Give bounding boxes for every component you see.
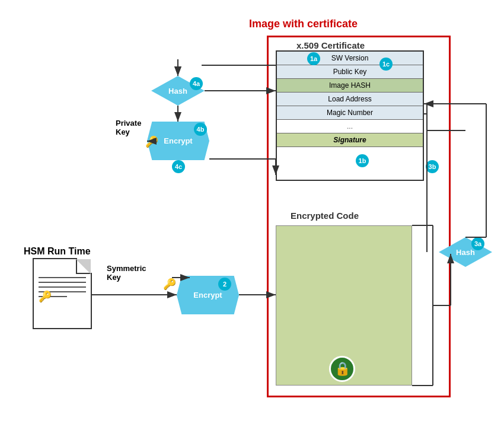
badge-3b: 3b [426,160,439,173]
sym-key-label: SymmetricKey [107,264,146,282]
sym-key-icon: 🔑 [163,278,176,291]
badge-4c: 4c [172,160,185,173]
private-key-icon: 🔑 [145,135,158,148]
cert-row-dots: ... [277,120,423,133]
cert-row-signature: Signature [277,133,423,147]
cert-title: x.509 Certificate [296,40,365,50]
badge-3a: 3a [471,237,484,250]
badge-1b: 1b [356,154,369,167]
otp-key-icon: 🔑 [39,290,52,303]
private-key-label: PrivateKey [116,119,141,136]
cert-row-loadaddr: Load Address [277,93,423,106]
hsm-label: HSM Run Time [24,246,91,257]
cert-row-swversion: SW Version [277,52,423,65]
cert-box: SW Version Public Key Image HASH Load Ad… [276,50,424,181]
document-icon: OTP Private Key 🔑 [33,258,92,329]
cert-row-imagehash: Image HASH [277,79,423,93]
badge-4b: 4b [194,123,207,136]
diagram: Image with certificate x.509 Certificate… [0,0,504,430]
cert-row-magic: Magic Number [277,106,423,120]
badge-4a: 4a [190,77,203,90]
title-image-cert: Image with certificate [249,18,358,30]
doc-fold [76,259,91,274]
badge-2: 2 [218,278,231,291]
enc-code-title: Encrypted Code [291,211,359,221]
badge-1c: 1c [379,58,393,71]
cert-row-publickey: Public Key [277,65,423,79]
lock-icon: 🔒 [329,356,355,382]
badge-1a: 1a [307,52,320,65]
